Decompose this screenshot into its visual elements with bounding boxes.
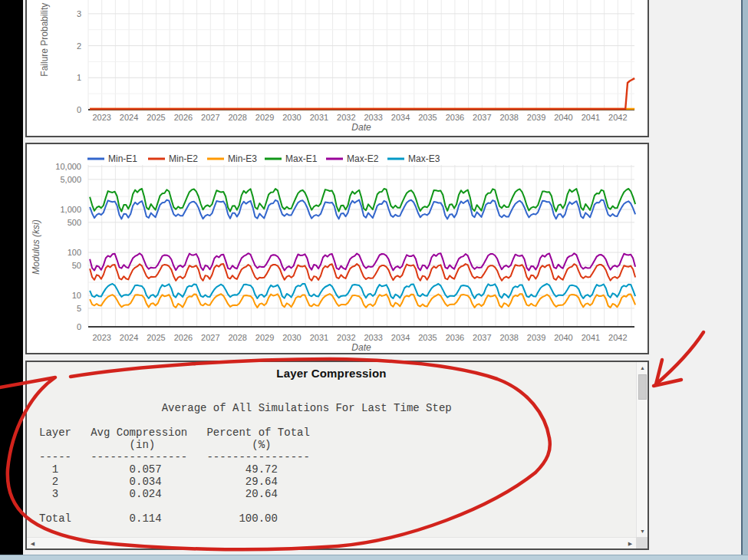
report-text: Average of All Simulations For Last Time… <box>39 402 452 525</box>
vertical-scrollbar[interactable]: ▲ ▼ <box>636 362 647 537</box>
modulus-chart-panel <box>25 143 649 354</box>
red-arrow-annotation <box>654 332 704 386</box>
panel-title: Layer Compression <box>27 367 636 380</box>
scroll-right-icon[interactable]: ▶ <box>624 538 636 548</box>
window-left-black-strip <box>0 0 23 555</box>
scroll-left-icon[interactable]: ◀ <box>27 538 38 548</box>
vertical-scrollbar-thumb[interactable] <box>638 374 647 400</box>
scroll-down-icon[interactable]: ▼ <box>637 525 647 537</box>
horizontal-scrollbar[interactable]: ◀ ▶ <box>27 537 636 548</box>
window-right-frame <box>741 0 748 560</box>
failure-probability-chart-panel <box>25 0 649 137</box>
layer-compression-content: Layer Compression Average of All Simulat… <box>27 362 647 548</box>
scroll-up-icon[interactable]: ▲ <box>637 362 647 374</box>
scrollbar-corner <box>636 537 647 548</box>
window-bottom-frame <box>0 555 748 560</box>
layer-compression-panel: Layer Compression Average of All Simulat… <box>25 361 649 550</box>
